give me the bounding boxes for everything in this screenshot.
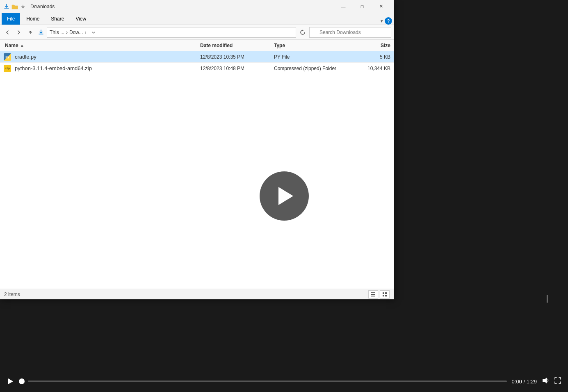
- up-button[interactable]: [25, 27, 35, 37]
- py-file-icon: py: [3, 53, 11, 61]
- item-count: 2 items: [4, 292, 20, 297]
- file-type: Compressed (zipped) Folder: [271, 66, 353, 71]
- maximize-button[interactable]: □: [353, 0, 372, 13]
- ribbon: File Home Share View ▾ ?: [0, 13, 394, 25]
- file-type: PY File: [271, 54, 353, 60]
- view-controls: [368, 290, 390, 299]
- details-view-button[interactable]: [368, 290, 378, 299]
- list-view-button[interactable]: [380, 290, 390, 299]
- svg-rect-0: [371, 292, 375, 293]
- path-sep1: ›: [66, 30, 68, 35]
- download-icon: [3, 3, 10, 10]
- folder-icon: [11, 3, 18, 10]
- tab-share[interactable]: Share: [46, 13, 69, 25]
- video-controls-bar: 0:00 / 1:29: [0, 371, 568, 392]
- status-bar: 2 items: [0, 289, 394, 299]
- col-header-size[interactable]: Size: [353, 43, 394, 48]
- svg-rect-2: [371, 296, 375, 296]
- minimize-button[interactable]: —: [334, 0, 353, 13]
- ribbon-expand-icon[interactable]: ▾: [381, 18, 383, 24]
- svg-rect-1: [371, 294, 375, 295]
- cursor-indicator: [547, 295, 547, 303]
- time-display: 0:00 / 1:29: [512, 378, 537, 385]
- tab-file[interactable]: File: [2, 13, 20, 25]
- file-list: Name ▲ Date modified Type Size py cradle…: [0, 40, 394, 289]
- address-bar: This ... › Dow... › 🔍: [0, 25, 394, 40]
- play-overlay-button[interactable]: [260, 171, 309, 221]
- file-date: 12/8/2023 10:35 PM: [197, 54, 271, 60]
- file-name: python-3.11.4-embed-amd64.zip: [15, 65, 92, 71]
- title-bar: Downloads — □ ✕: [0, 0, 394, 13]
- col-header-date[interactable]: Date modified: [197, 43, 271, 48]
- address-path[interactable]: This ... › Dow... ›: [47, 27, 296, 38]
- play-pause-button[interactable]: [7, 378, 14, 385]
- path-this: This ...: [50, 30, 64, 35]
- back-button[interactable]: [2, 27, 12, 37]
- help-button[interactable]: ?: [385, 17, 392, 25]
- path-dropdown-button[interactable]: [89, 27, 98, 37]
- volume-button[interactable]: [542, 377, 549, 386]
- ribbon-tabs: File Home Share View ▾ ?: [0, 13, 394, 25]
- file-size: 5 KB: [353, 54, 394, 60]
- play-triangle-icon: [278, 187, 293, 205]
- file-name-cell: py cradle.py: [0, 53, 197, 61]
- progress-bar[interactable]: [28, 381, 507, 382]
- zip-file-icon: zip: [3, 64, 11, 73]
- file-name: cradle.py: [15, 54, 36, 60]
- tab-view[interactable]: View: [70, 13, 91, 25]
- search-input[interactable]: [309, 27, 391, 38]
- svg-marker-7: [8, 378, 13, 384]
- pin-icon: [20, 3, 26, 10]
- address-download-icon: [37, 30, 45, 35]
- close-button[interactable]: ✕: [372, 0, 390, 13]
- search-wrapper: 🔍: [309, 27, 391, 38]
- fullscreen-button[interactable]: [554, 377, 561, 386]
- column-headers: Name ▲ Date modified Type Size: [0, 40, 394, 51]
- title-bar-icons: [3, 3, 26, 10]
- table-row[interactable]: py cradle.py 12/8/2023 10:35 PM PY File …: [0, 51, 394, 63]
- window-title: Downloads: [30, 4, 331, 9]
- file-date: 12/8/2023 10:48 PM: [197, 66, 271, 71]
- explorer-window: Downloads — □ ✕ File Home Share View ▾ ?: [0, 0, 394, 299]
- progress-container: [19, 378, 507, 384]
- tab-home[interactable]: Home: [21, 13, 45, 25]
- progress-dot[interactable]: [19, 378, 25, 384]
- table-row[interactable]: zip python-3.11.4-embed-amd64.zip 12/8/2…: [0, 63, 394, 74]
- forward-button[interactable]: [14, 27, 24, 37]
- file-size: 10,344 KB: [353, 66, 394, 71]
- path-downloads: Dow...: [69, 30, 83, 35]
- col-header-type[interactable]: Type: [271, 43, 353, 48]
- file-name-cell: zip python-3.11.4-embed-amd64.zip: [0, 64, 197, 73]
- path-sep2: ›: [84, 30, 86, 35]
- refresh-button[interactable]: [298, 27, 308, 37]
- svg-rect-4: [385, 292, 387, 294]
- sort-arrow-name: ▲: [20, 43, 24, 48]
- svg-rect-5: [383, 295, 384, 296]
- col-header-name[interactable]: Name ▲: [0, 43, 197, 48]
- svg-rect-3: [383, 292, 384, 294]
- svg-marker-8: [543, 378, 547, 383]
- svg-rect-6: [385, 295, 387, 296]
- window-controls: — □ ✕: [334, 0, 390, 13]
